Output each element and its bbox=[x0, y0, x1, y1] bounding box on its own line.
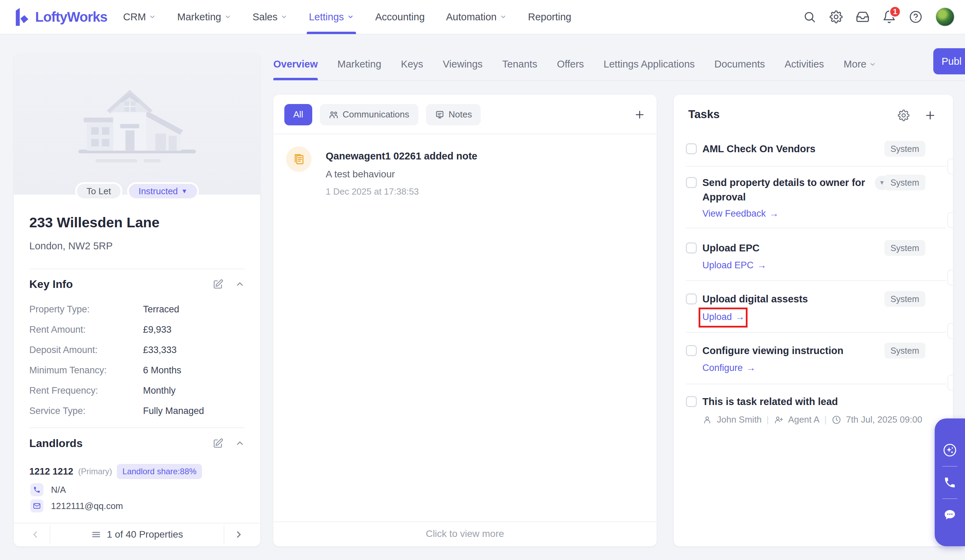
landlord-name[interactable]: 1212 1212 bbox=[29, 466, 74, 477]
nav-automation[interactable]: Automation bbox=[446, 0, 507, 34]
clock-icon bbox=[832, 415, 841, 424]
divider bbox=[942, 466, 957, 467]
task-action-link[interactable]: Configure→ bbox=[702, 362, 756, 373]
property-pagination-label-group[interactable]: 1 of 40 Properties bbox=[58, 529, 216, 540]
tasks-title: Tasks bbox=[688, 108, 720, 121]
search-icon[interactable] bbox=[803, 10, 816, 24]
edit-icon[interactable] bbox=[212, 438, 223, 449]
floating-contact-widget bbox=[935, 418, 965, 546]
notifications-bell-icon[interactable]: 1 bbox=[882, 10, 896, 24]
task-source-badge: System bbox=[884, 240, 925, 256]
chevron-down-icon bbox=[224, 13, 231, 20]
nav-marketing[interactable]: Marketing bbox=[177, 0, 231, 34]
property-tabs-bar: Overview Marketing Keys Viewings Tenants… bbox=[273, 48, 965, 81]
task-due-date: 7th Jul, 2025 09:00 bbox=[846, 414, 922, 425]
task-meta-row: John Smith | Agent A | 7th Jul, 2025 09:… bbox=[702, 414, 922, 425]
pagination-label: 1 of 40 Properties bbox=[107, 529, 183, 540]
task-checkbox[interactable] bbox=[686, 143, 697, 154]
activity-body: A test behaviour bbox=[325, 169, 395, 180]
tab-more[interactable]: More bbox=[844, 48, 876, 80]
tab-activities[interactable]: Activities bbox=[784, 48, 824, 80]
user-avatar[interactable] bbox=[936, 7, 955, 26]
activity-title: Qanewagent1 02261 added note bbox=[325, 150, 477, 162]
tab-documents[interactable]: Documents bbox=[715, 48, 765, 80]
note-icon bbox=[435, 110, 445, 119]
filter-notes[interactable]: Notes bbox=[426, 104, 481, 126]
note-activity-icon bbox=[286, 146, 312, 172]
key-info-row: Deposit Amount: £33,333 bbox=[29, 343, 245, 357]
property-title: 233 Willesden Lane bbox=[29, 215, 160, 231]
landlord-email[interactable]: 1212111@qq.com bbox=[51, 501, 123, 511]
loftyworks-logo-icon bbox=[15, 8, 30, 26]
loftyworks-logo[interactable]: LoftyWorks bbox=[15, 8, 107, 26]
publish-button[interactable]: Publ bbox=[933, 48, 965, 74]
task-title: AML Check On Vendors bbox=[702, 142, 875, 156]
person-icon bbox=[702, 415, 712, 424]
status-badge[interactable]: To Let bbox=[75, 182, 123, 200]
task-overflow-peek bbox=[947, 270, 953, 286]
tasks-settings-gear-icon[interactable] bbox=[898, 109, 909, 121]
collapse-chevron-icon[interactable] bbox=[235, 280, 245, 289]
arrow-right-icon: → bbox=[746, 362, 756, 373]
task-checkbox[interactable] bbox=[686, 242, 697, 253]
add-task-button[interactable] bbox=[924, 109, 936, 122]
email-icon bbox=[30, 500, 43, 513]
divider bbox=[686, 280, 946, 281]
tab-overview[interactable]: Overview bbox=[273, 48, 318, 80]
key-info-row: Property Type: Terraced bbox=[29, 302, 245, 316]
divider bbox=[29, 428, 245, 428]
task-checkbox[interactable] bbox=[686, 177, 697, 188]
landlords-header: Landlords bbox=[29, 437, 245, 450]
tab-tenants[interactable]: Tenants bbox=[502, 48, 537, 80]
divider bbox=[50, 525, 50, 544]
edit-icon[interactable] bbox=[212, 279, 223, 290]
task-checkbox[interactable] bbox=[686, 294, 697, 304]
settings-gear-icon[interactable] bbox=[829, 10, 843, 24]
main-nav: CRM Marketing Sales Lettings Accounting … bbox=[123, 0, 571, 34]
nav-sales[interactable]: Sales bbox=[253, 0, 288, 34]
stage-badge-dropdown[interactable]: Instructed ▼ bbox=[127, 182, 199, 200]
tab-viewings[interactable]: Viewings bbox=[443, 48, 483, 80]
tab-lettings-applications[interactable]: Lettings Applications bbox=[604, 48, 695, 80]
task-action-link[interactable]: Upload EPC→ bbox=[702, 260, 767, 271]
tasks-actions bbox=[898, 109, 936, 122]
collapse-chevron-icon[interactable] bbox=[235, 439, 245, 448]
tab-marketing[interactable]: Marketing bbox=[337, 48, 381, 80]
people-icon bbox=[329, 110, 339, 119]
tab-keys[interactable]: Keys bbox=[401, 48, 423, 80]
next-property-button[interactable] bbox=[232, 529, 246, 540]
key-info-row: Service Type: Fully Managed bbox=[29, 404, 245, 418]
task-checkbox[interactable] bbox=[686, 345, 697, 356]
divider bbox=[686, 384, 946, 384]
caret-down-icon: ▼ bbox=[181, 188, 188, 195]
view-more-button[interactable]: Click to view more bbox=[273, 521, 656, 546]
arrow-right-icon: → bbox=[757, 260, 767, 271]
landlord-email-row: 1212111@qq.com bbox=[30, 500, 123, 513]
task-overflow-peek bbox=[947, 323, 953, 339]
add-activity-button[interactable] bbox=[634, 109, 646, 121]
nav-reporting[interactable]: Reporting bbox=[528, 0, 571, 34]
nav-crm[interactable]: CRM bbox=[123, 0, 156, 34]
tab-offers[interactable]: Offers bbox=[557, 48, 584, 80]
task-checkbox[interactable] bbox=[686, 396, 697, 407]
task-source-badge: System bbox=[884, 141, 925, 157]
landlord-phone: N/A bbox=[51, 485, 66, 495]
chevron-down-icon bbox=[869, 61, 876, 68]
landlord-name-row: 1212 1212 (Primary) Landlord share:88% bbox=[29, 464, 202, 479]
chat-icon[interactable] bbox=[942, 507, 957, 522]
key-info-header: Key Info bbox=[29, 278, 245, 291]
nav-accounting[interactable]: Accounting bbox=[375, 0, 425, 34]
divider bbox=[686, 166, 946, 167]
prev-property-button[interactable] bbox=[28, 529, 42, 540]
task-assignee: Agent A bbox=[788, 414, 819, 425]
filter-communications[interactable]: Communications bbox=[320, 104, 419, 126]
call-icon[interactable] bbox=[942, 475, 957, 490]
filter-all[interactable]: All bbox=[284, 104, 312, 126]
help-icon[interactable] bbox=[909, 10, 922, 24]
inbox-icon[interactable] bbox=[856, 10, 870, 24]
ai-assistant-icon[interactable] bbox=[942, 442, 957, 458]
loftyworks-app: LoftyWorks CRM Marketing Sales Lettings … bbox=[0, 0, 965, 560]
task-action-link[interactable]: View Feedback→ bbox=[702, 208, 779, 219]
property-photo-placeholder bbox=[14, 53, 260, 194]
nav-lettings[interactable]: Lettings bbox=[309, 0, 354, 34]
